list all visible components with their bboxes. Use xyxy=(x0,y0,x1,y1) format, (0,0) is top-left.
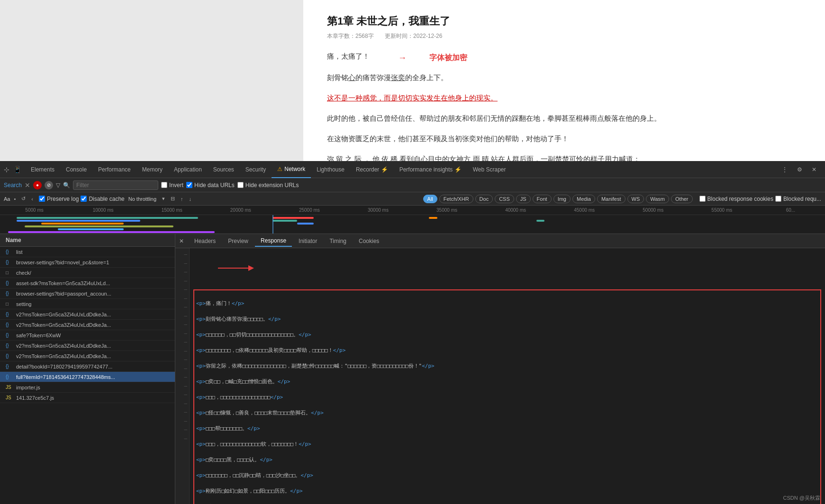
filter-other[interactable]: Other xyxy=(671,195,693,203)
devtools-icon-pointer[interactable]: ⊹ xyxy=(4,166,9,173)
wifi-icon[interactable]: ⊟ xyxy=(169,195,177,203)
download-icon[interactable]: ↓ xyxy=(187,195,194,203)
devtools-overflow[interactable]: ⋮ xyxy=(777,161,792,178)
filter-doc[interactable]: Doc xyxy=(475,195,493,203)
disable-cache-wrap[interactable]: Disable cache xyxy=(81,196,124,202)
text-line-4: 此时的他，被自己曾经信任、帮助过的朋友和邻居们无情的踩翻在地，拳脚甚至棍棒雨点般… xyxy=(327,112,801,125)
record-button[interactable]: ● xyxy=(33,181,42,189)
filter-all[interactable]: All xyxy=(423,195,437,203)
list-item[interactable]: {} v2?msToken=Gn5ca3Zi4uUxLdDdkeJa... xyxy=(0,351,175,361)
filter-css[interactable]: CSS xyxy=(495,195,514,203)
file-icon-req: {} xyxy=(6,364,13,369)
filter-js[interactable]: JS xyxy=(516,195,531,203)
filter-icon[interactable]: ▽ xyxy=(56,182,60,189)
blocked-cookies-checkbox[interactable] xyxy=(699,196,706,202)
list-item[interactable]: {} v2?msToken=Gn5ca3Zi4uUxLdDdkeJa... xyxy=(0,341,175,351)
list-item[interactable]: {} browser-settings?bid=novel_pc&store=1 xyxy=(0,257,175,268)
devtools-tab-bar: ⊹ 📱 Elements Console Performance Memory … xyxy=(0,161,825,178)
list-item[interactable]: {} v2?msToken=Gn5ca3Zi4uUxLdDdkeJa... xyxy=(0,309,175,320)
tab-sources[interactable]: Sources xyxy=(208,161,240,178)
preserve-log-wrap[interactable]: Preserve log xyxy=(39,196,79,202)
list-item[interactable]: JS importer.js xyxy=(0,382,175,393)
throttling-dropdown[interactable]: ▾ xyxy=(160,195,167,203)
file-name: v2?msToken=Gn5ca3Zi4uUxLdDdkeJa... xyxy=(16,353,169,359)
filter-input[interactable] xyxy=(76,182,143,189)
file-name: 141.327ce5c7.js xyxy=(16,395,169,401)
mark-20000: 20000 ms xyxy=(206,207,275,213)
nt-small-icon[interactable]: • xyxy=(12,195,18,203)
hide-data-urls-label: Hide data URLs xyxy=(194,182,235,189)
hide-data-urls-checkbox[interactable] xyxy=(186,182,192,188)
tab-memory[interactable]: Memory xyxy=(136,161,168,178)
filter-manifest[interactable]: Manifest xyxy=(597,195,626,203)
timeline-bars xyxy=(0,215,825,234)
devtools-settings[interactable]: ⚙ xyxy=(792,161,807,178)
upload-icon[interactable]: ↑ xyxy=(179,195,185,203)
search-label[interactable]: Search xyxy=(4,182,22,189)
hide-ext-urls-wrap[interactable]: Hide extension URLs xyxy=(237,182,299,189)
tab-timing[interactable]: Timing xyxy=(324,236,352,246)
filter-img[interactable]: Img xyxy=(553,195,571,203)
list-item[interactable]: {} list xyxy=(0,247,175,257)
blocked-requ-wrap[interactable]: Blocked requ... xyxy=(775,196,821,202)
code-line: <p>□奕□□，□喊□充□□憎恨□面色。</p> xyxy=(196,378,818,386)
nt-back-icon[interactable]: ‹ xyxy=(29,195,35,203)
tab-console[interactable]: Console xyxy=(60,161,92,178)
list-item[interactable]: {} v2?msToken=Gn5ca3Zi4uUxLdDdkeJa... xyxy=(0,320,175,330)
file-name: asset-sdk?msToken=Gn5ca3Zi4uUxLd... xyxy=(16,280,169,286)
text-line-5: 在这物资匮乏的末世，他们甚至不顾及当初张奕对他们的帮助，对他动了手！ xyxy=(327,132,801,145)
file-icon-req: {} xyxy=(6,343,13,348)
hide-data-urls-wrap[interactable]: Hide data URLs xyxy=(186,182,235,189)
file-icon-js: JS xyxy=(6,385,13,390)
filter-font[interactable]: Font xyxy=(533,195,552,203)
list-item[interactable]: {} detail?bookId=71802794199597742477... xyxy=(0,361,175,372)
blocked-cookies-wrap[interactable]: Blocked response cookies xyxy=(699,196,773,202)
tab-performance-insights[interactable]: Performance insights ⚡ xyxy=(394,161,467,178)
disable-cache-checkbox[interactable] xyxy=(81,196,87,202)
list-item[interactable]: {} safe?Token=6XwW xyxy=(0,330,175,341)
devtools-close[interactable]: ✕ xyxy=(807,161,821,178)
tab-performance[interactable]: Performance xyxy=(92,161,136,178)
line-numbers: ————— ————— ————— ————— —— xyxy=(175,248,190,504)
file-icon-req: {} xyxy=(6,291,13,296)
tab-initiator[interactable]: Initiator xyxy=(293,236,323,246)
tab-network[interactable]: ⚠ Network xyxy=(272,161,311,178)
tab-elements[interactable]: Elements xyxy=(25,161,60,178)
left-panel xyxy=(0,0,303,161)
tab-web-scraper[interactable]: Web Scraper xyxy=(467,161,512,178)
tab-lighthouse[interactable]: Lighthouse xyxy=(311,161,350,178)
text-line-1: 痛，太痛了！ xyxy=(327,50,370,63)
list-item[interactable]: □ setting xyxy=(0,299,175,309)
code-line: <p>刻骨铭心痛苦弥漫□□□□□。</p> xyxy=(196,315,818,324)
tab-headers[interactable]: Headers xyxy=(189,236,221,246)
response-panel-close[interactable]: ✕ xyxy=(179,238,184,244)
filter-media[interactable]: Media xyxy=(572,195,595,203)
invert-checkbox[interactable] xyxy=(161,182,167,188)
code-line: <p>□□□，□□□□□□□□□□□□□软，□□□□□□□！</p> xyxy=(196,441,818,449)
list-item[interactable]: □ check/ xyxy=(0,268,175,278)
tab-recorder[interactable]: Recorder ⚡ xyxy=(350,161,394,178)
list-item-selected[interactable]: {} full?itemId=718145364127747328448ms..… xyxy=(0,372,175,382)
list-item[interactable]: JS 141.327ce5c7.js xyxy=(0,393,175,403)
list-item[interactable]: {} browser-settings?bid=passport_accoun.… xyxy=(0,288,175,299)
search-close[interactable]: ✕ xyxy=(25,181,30,189)
tab-cookies[interactable]: Cookies xyxy=(353,236,385,246)
tab-security[interactable]: Security xyxy=(240,161,272,178)
hide-ext-urls-checkbox[interactable] xyxy=(237,182,244,188)
tab-preview[interactable]: Preview xyxy=(222,236,254,246)
search-magnify-icon[interactable]: 🔍 xyxy=(63,182,70,189)
list-item[interactable]: {} asset-sdk?msToken=Gn5ca3Zi4uUxLd... xyxy=(0,278,175,288)
tab-application[interactable]: Application xyxy=(168,161,208,178)
invert-checkbox-wrap[interactable]: Invert xyxy=(161,182,183,189)
filter-wasm[interactable]: Wasm xyxy=(646,195,669,203)
blocked-requ-checkbox[interactable] xyxy=(775,196,781,202)
devtools-icon-mobile[interactable]: 📱 xyxy=(13,166,21,173)
nt-refresh-icon[interactable]: ↺ xyxy=(19,195,27,203)
tab-response[interactable]: Response xyxy=(255,235,292,247)
filter-fetch-xhr[interactable]: Fetch/XHR xyxy=(439,195,473,203)
clear-button[interactable]: ⊘ xyxy=(45,181,53,189)
filter-ws[interactable]: WS xyxy=(627,195,644,203)
mark-45000: 45000 ms xyxy=(550,207,619,213)
preserve-log-checkbox[interactable] xyxy=(39,196,45,202)
code-line: <p>□□□□□□，□□切切□□□□□□□□□□□□□□□。</p> xyxy=(196,331,818,339)
